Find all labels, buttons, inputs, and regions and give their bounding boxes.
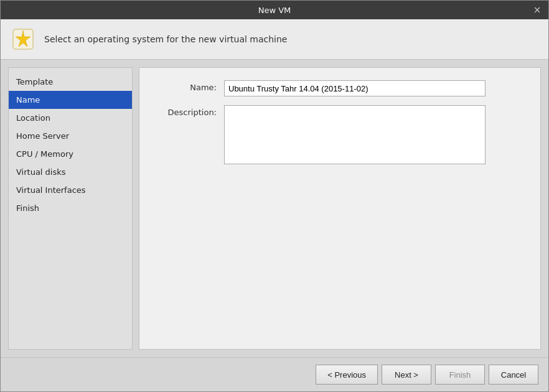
sidebar: Template Name Location Home Server CPU /… xyxy=(8,67,133,350)
new-vm-dialog: New VM × Select an operating system for … xyxy=(0,0,549,392)
description-label: Description: xyxy=(154,105,217,117)
finish-button[interactable]: Finish xyxy=(435,365,485,385)
dialog-title: New VM xyxy=(258,6,291,15)
header-icon xyxy=(11,27,35,52)
sidebar-item-finish[interactable]: Finish xyxy=(9,199,132,217)
previous-button[interactable]: < Previous xyxy=(316,365,378,385)
sidebar-item-cpu-memory[interactable]: CPU / Memory xyxy=(9,145,132,163)
sidebar-item-home-server[interactable]: Home Server xyxy=(9,127,132,145)
description-input[interactable] xyxy=(224,105,486,164)
main-panel: Name: Description: xyxy=(139,67,541,350)
description-row: Description: xyxy=(154,105,525,164)
titlebar: New VM × xyxy=(1,1,548,19)
sidebar-item-location[interactable]: Location xyxy=(9,109,132,127)
sidebar-item-virtual-disks[interactable]: Virtual disks xyxy=(9,163,132,181)
sidebar-item-template[interactable]: Template xyxy=(9,73,132,91)
name-label: Name: xyxy=(154,80,217,92)
dialog-header: Select an operating system for the new v… xyxy=(1,19,548,60)
name-row: Name: xyxy=(154,80,525,96)
header-text: Select an operating system for the new v… xyxy=(44,34,287,44)
close-button[interactable]: × xyxy=(531,4,543,16)
content-area: Template Name Location Home Server CPU /… xyxy=(1,60,548,357)
next-button[interactable]: Next > xyxy=(382,365,431,385)
name-input[interactable] xyxy=(224,80,486,96)
sidebar-item-virtual-interfaces[interactable]: Virtual Interfaces xyxy=(9,181,132,199)
sidebar-item-name[interactable]: Name xyxy=(9,91,132,109)
cancel-button[interactable]: Cancel xyxy=(489,365,538,385)
footer: < Previous Next > Finish Cancel xyxy=(1,357,548,391)
